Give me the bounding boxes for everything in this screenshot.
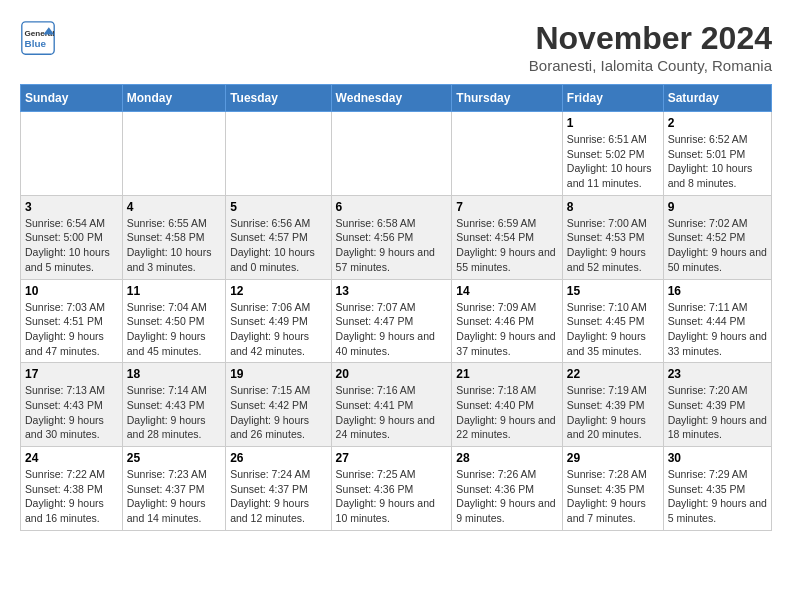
calendar-cell: 27Sunrise: 7:25 AM Sunset: 4:36 PM Dayli… — [331, 447, 452, 531]
calendar-week-3: 17Sunrise: 7:13 AM Sunset: 4:43 PM Dayli… — [21, 363, 772, 447]
calendar-cell: 2Sunrise: 6:52 AM Sunset: 5:01 PM Daylig… — [663, 112, 771, 196]
day-number: 7 — [456, 200, 558, 214]
day-info: Sunrise: 7:03 AM Sunset: 4:51 PM Dayligh… — [25, 300, 118, 359]
day-number: 14 — [456, 284, 558, 298]
calendar-cell: 13Sunrise: 7:07 AM Sunset: 4:47 PM Dayli… — [331, 279, 452, 363]
day-info: Sunrise: 7:07 AM Sunset: 4:47 PM Dayligh… — [336, 300, 448, 359]
calendar-cell — [122, 112, 225, 196]
calendar-cell: 23Sunrise: 7:20 AM Sunset: 4:39 PM Dayli… — [663, 363, 771, 447]
page-header: General Blue November 2024 Boranesti, Ia… — [20, 20, 772, 74]
day-info: Sunrise: 7:06 AM Sunset: 4:49 PM Dayligh… — [230, 300, 326, 359]
calendar-week-1: 3Sunrise: 6:54 AM Sunset: 5:00 PM Daylig… — [21, 195, 772, 279]
day-number: 9 — [668, 200, 767, 214]
day-number: 13 — [336, 284, 448, 298]
subtitle: Boranesti, Ialomita County, Romania — [529, 57, 772, 74]
day-number: 23 — [668, 367, 767, 381]
calendar-cell: 4Sunrise: 6:55 AM Sunset: 4:58 PM Daylig… — [122, 195, 225, 279]
calendar-cell: 26Sunrise: 7:24 AM Sunset: 4:37 PM Dayli… — [226, 447, 331, 531]
calendar-cell — [452, 112, 563, 196]
day-info: Sunrise: 7:28 AM Sunset: 4:35 PM Dayligh… — [567, 467, 659, 526]
calendar-cell: 7Sunrise: 6:59 AM Sunset: 4:54 PM Daylig… — [452, 195, 563, 279]
day-info: Sunrise: 7:14 AM Sunset: 4:43 PM Dayligh… — [127, 383, 221, 442]
day-info: Sunrise: 7:22 AM Sunset: 4:38 PM Dayligh… — [25, 467, 118, 526]
day-number: 24 — [25, 451, 118, 465]
col-friday: Friday — [562, 85, 663, 112]
day-info: Sunrise: 7:25 AM Sunset: 4:36 PM Dayligh… — [336, 467, 448, 526]
day-number: 20 — [336, 367, 448, 381]
calendar-table: Sunday Monday Tuesday Wednesday Thursday… — [20, 84, 772, 531]
day-number: 17 — [25, 367, 118, 381]
day-number: 15 — [567, 284, 659, 298]
calendar-cell: 11Sunrise: 7:04 AM Sunset: 4:50 PM Dayli… — [122, 279, 225, 363]
calendar-cell — [226, 112, 331, 196]
day-number: 8 — [567, 200, 659, 214]
col-monday: Monday — [122, 85, 225, 112]
calendar-cell: 21Sunrise: 7:18 AM Sunset: 4:40 PM Dayli… — [452, 363, 563, 447]
calendar-cell: 29Sunrise: 7:28 AM Sunset: 4:35 PM Dayli… — [562, 447, 663, 531]
col-thursday: Thursday — [452, 85, 563, 112]
day-info: Sunrise: 7:18 AM Sunset: 4:40 PM Dayligh… — [456, 383, 558, 442]
calendar-body: 1Sunrise: 6:51 AM Sunset: 5:02 PM Daylig… — [21, 112, 772, 531]
day-info: Sunrise: 7:23 AM Sunset: 4:37 PM Dayligh… — [127, 467, 221, 526]
calendar-cell: 1Sunrise: 6:51 AM Sunset: 5:02 PM Daylig… — [562, 112, 663, 196]
day-number: 1 — [567, 116, 659, 130]
day-info: Sunrise: 6:51 AM Sunset: 5:02 PM Dayligh… — [567, 132, 659, 191]
svg-text:Blue: Blue — [25, 38, 47, 49]
col-saturday: Saturday — [663, 85, 771, 112]
main-title: November 2024 — [529, 20, 772, 57]
day-number: 28 — [456, 451, 558, 465]
day-info: Sunrise: 7:13 AM Sunset: 4:43 PM Dayligh… — [25, 383, 118, 442]
day-info: Sunrise: 7:29 AM Sunset: 4:35 PM Dayligh… — [668, 467, 767, 526]
calendar-cell — [21, 112, 123, 196]
day-number: 5 — [230, 200, 326, 214]
day-number: 18 — [127, 367, 221, 381]
calendar-cell: 25Sunrise: 7:23 AM Sunset: 4:37 PM Dayli… — [122, 447, 225, 531]
calendar-week-2: 10Sunrise: 7:03 AM Sunset: 4:51 PM Dayli… — [21, 279, 772, 363]
day-number: 2 — [668, 116, 767, 130]
day-number: 26 — [230, 451, 326, 465]
calendar-cell: 30Sunrise: 7:29 AM Sunset: 4:35 PM Dayli… — [663, 447, 771, 531]
calendar-cell: 19Sunrise: 7:15 AM Sunset: 4:42 PM Dayli… — [226, 363, 331, 447]
calendar-cell: 6Sunrise: 6:58 AM Sunset: 4:56 PM Daylig… — [331, 195, 452, 279]
day-number: 25 — [127, 451, 221, 465]
day-number: 10 — [25, 284, 118, 298]
day-number: 16 — [668, 284, 767, 298]
header-row: Sunday Monday Tuesday Wednesday Thursday… — [21, 85, 772, 112]
day-number: 3 — [25, 200, 118, 214]
title-section: November 2024 Boranesti, Ialomita County… — [529, 20, 772, 74]
day-info: Sunrise: 6:59 AM Sunset: 4:54 PM Dayligh… — [456, 216, 558, 275]
calendar-cell: 3Sunrise: 6:54 AM Sunset: 5:00 PM Daylig… — [21, 195, 123, 279]
day-number: 12 — [230, 284, 326, 298]
day-info: Sunrise: 7:15 AM Sunset: 4:42 PM Dayligh… — [230, 383, 326, 442]
logo-icon: General Blue — [20, 20, 56, 56]
calendar-week-0: 1Sunrise: 6:51 AM Sunset: 5:02 PM Daylig… — [21, 112, 772, 196]
col-tuesday: Tuesday — [226, 85, 331, 112]
day-info: Sunrise: 7:16 AM Sunset: 4:41 PM Dayligh… — [336, 383, 448, 442]
day-info: Sunrise: 7:00 AM Sunset: 4:53 PM Dayligh… — [567, 216, 659, 275]
day-info: Sunrise: 7:20 AM Sunset: 4:39 PM Dayligh… — [668, 383, 767, 442]
calendar-cell — [331, 112, 452, 196]
day-number: 29 — [567, 451, 659, 465]
calendar-cell: 12Sunrise: 7:06 AM Sunset: 4:49 PM Dayli… — [226, 279, 331, 363]
day-info: Sunrise: 7:24 AM Sunset: 4:37 PM Dayligh… — [230, 467, 326, 526]
day-info: Sunrise: 7:11 AM Sunset: 4:44 PM Dayligh… — [668, 300, 767, 359]
day-number: 30 — [668, 451, 767, 465]
day-info: Sunrise: 6:55 AM Sunset: 4:58 PM Dayligh… — [127, 216, 221, 275]
day-info: Sunrise: 7:02 AM Sunset: 4:52 PM Dayligh… — [668, 216, 767, 275]
day-info: Sunrise: 7:04 AM Sunset: 4:50 PM Dayligh… — [127, 300, 221, 359]
day-number: 21 — [456, 367, 558, 381]
calendar-cell: 5Sunrise: 6:56 AM Sunset: 4:57 PM Daylig… — [226, 195, 331, 279]
day-number: 4 — [127, 200, 221, 214]
day-info: Sunrise: 7:09 AM Sunset: 4:46 PM Dayligh… — [456, 300, 558, 359]
calendar-cell: 9Sunrise: 7:02 AM Sunset: 4:52 PM Daylig… — [663, 195, 771, 279]
calendar-week-4: 24Sunrise: 7:22 AM Sunset: 4:38 PM Dayli… — [21, 447, 772, 531]
day-info: Sunrise: 6:54 AM Sunset: 5:00 PM Dayligh… — [25, 216, 118, 275]
day-number: 19 — [230, 367, 326, 381]
day-number: 22 — [567, 367, 659, 381]
day-info: Sunrise: 7:26 AM Sunset: 4:36 PM Dayligh… — [456, 467, 558, 526]
logo: General Blue — [20, 20, 56, 56]
col-wednesday: Wednesday — [331, 85, 452, 112]
calendar-cell: 20Sunrise: 7:16 AM Sunset: 4:41 PM Dayli… — [331, 363, 452, 447]
day-number: 11 — [127, 284, 221, 298]
calendar-cell: 28Sunrise: 7:26 AM Sunset: 4:36 PM Dayli… — [452, 447, 563, 531]
